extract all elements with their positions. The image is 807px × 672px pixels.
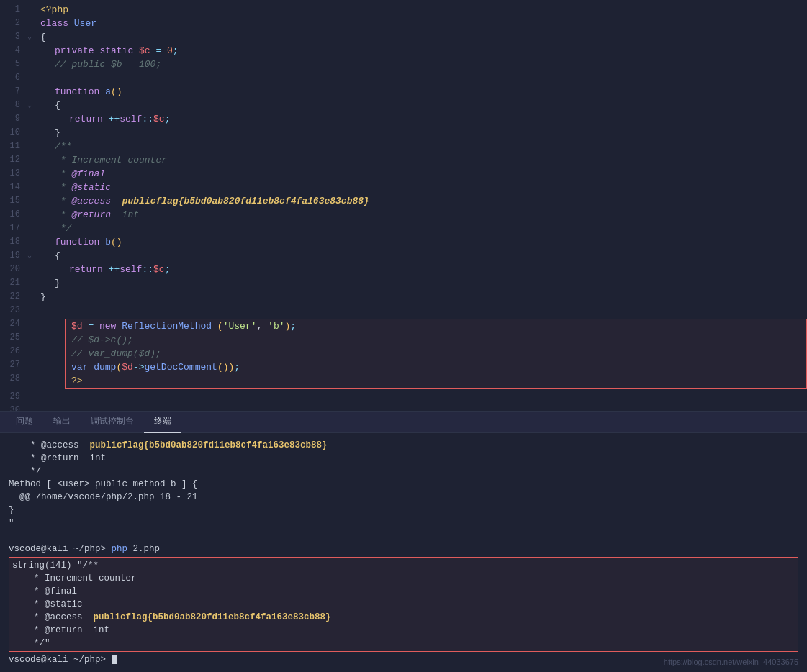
terminal-output-6: } — [9, 504, 798, 517]
code-line-13: 13 * @final — [0, 167, 807, 181]
code-line-26: // var_dump($d); — [66, 347, 806, 360]
code-line-28: ?> — [66, 374, 806, 388]
terminal-hl-1: string(141) "/** — [12, 559, 795, 572]
code-line-23: 23 — [0, 304, 807, 317]
code-line-25: // $d->c(); — [66, 333, 806, 347]
terminal-hl-7: */" — [12, 637, 795, 650]
code-line-2: 2 class User — [0, 17, 807, 30]
code-line-16: 16 * @return int — [0, 208, 807, 222]
code-line-12: 12 * Increment counter — [0, 153, 807, 167]
code-line-30: 30 — [0, 404, 807, 411]
code-line-22: 22 } — [0, 290, 807, 304]
terminal-hl-3: * @final — [12, 585, 795, 598]
terminal-output-7: " — [9, 517, 798, 530]
code-line-6: 6 — [0, 71, 807, 85]
terminal-prompt1: vscode@kali ~/php> php 2.php — [9, 542, 798, 555]
panel: 问题 输出 调试控制台 终端 * @access publicflag{b5bd… — [0, 411, 807, 672]
code-line-27: var_dump($d->getDocComment()); — [66, 360, 806, 374]
terminal-hl-5: * @access publicflag{b5bd0ab820fd11eb8cf… — [12, 611, 795, 624]
code-line-1: 1 <?php — [0, 3, 807, 17]
terminal-output-2: * @return int — [9, 452, 798, 465]
code-line-24: $d = new ReflectionMethod ('User', 'b'); — [66, 319, 806, 333]
code-line-4: 4 private static $c = 0; — [0, 44, 807, 58]
code-line-21: 21 } — [0, 276, 807, 290]
code-line-9: 9 return ++self::$c; — [0, 112, 807, 126]
code-line-15: 15 * @access publicflag{b5bd0ab820fd11eb… — [0, 194, 807, 208]
watermark: https://blog.csdn.net/weixin_44033675 — [664, 658, 798, 666]
code-line-5: 5 // public $b = 100; — [0, 58, 807, 71]
highlighted-code-block: 24 25 26 27 28 $d = new ReflectionMethod… — [0, 317, 807, 390]
panel-tabs: 问题 输出 调试控制台 终端 — [0, 412, 807, 433]
terminal-content: * @access publicflag{b5bd0ab820fd11eb8cf… — [0, 433, 807, 672]
terminal-highlighted-output: string(141) "/** * Increment counter * @… — [9, 557, 798, 652]
code-editor: 1 <?php 2 class User 3 ⌄ { 4 private sta… — [0, 0, 807, 411]
terminal-output-3: */ — [9, 465, 798, 478]
code-line-10: 10 } — [0, 126, 807, 140]
terminal-hl-2: * Increment counter — [12, 572, 795, 585]
tab-problems[interactable]: 问题 — [6, 411, 43, 433]
code-line-11: 11 /** — [0, 140, 807, 153]
tab-terminal[interactable]: 终端 — [144, 411, 181, 433]
code-line-7: 7 function a() — [0, 85, 807, 99]
tab-debug-console[interactable]: 调试控制台 — [81, 411, 144, 433]
terminal-blank — [9, 530, 798, 542]
code-line-18: 18 function b() — [0, 235, 807, 249]
code-line-14: 14 * @static — [0, 181, 807, 194]
code-line-29: 29 — [0, 390, 807, 404]
tab-output[interactable]: 输出 — [43, 411, 81, 433]
code-line-19: 19 ⌄ { — [0, 249, 807, 263]
terminal-output-5: @@ /home/vscode/php/2.php 18 - 21 — [9, 491, 798, 504]
code-line-20: 20 return ++self::$c; — [0, 263, 807, 276]
terminal-output-4: Method [ <user> public method b ] { — [9, 478, 798, 491]
terminal-output-1: * @access publicflag{b5bd0ab820fd11eb8cf… — [9, 439, 798, 452]
code-line-17: 17 */ — [0, 222, 807, 235]
terminal-hl-6: * @return int — [12, 624, 795, 637]
terminal-hl-4: * @static — [12, 598, 795, 611]
code-line-8: 8 ⌄ { — [0, 99, 807, 112]
code-line-3: 3 ⌄ { — [0, 30, 807, 44]
